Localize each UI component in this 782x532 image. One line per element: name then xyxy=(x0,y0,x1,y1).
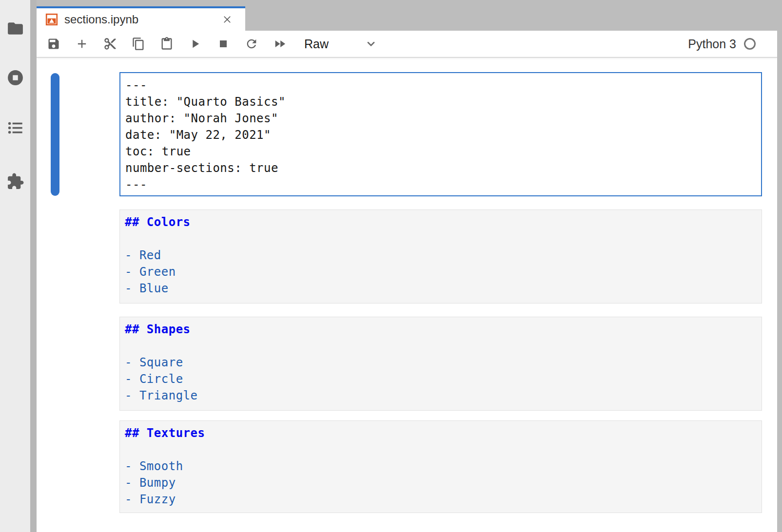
md-list-item: - Fuzzy xyxy=(125,491,757,508)
fast-forward-icon xyxy=(273,37,287,51)
md-header: ## Textures xyxy=(125,425,757,441)
tab-title: sections.ipynb xyxy=(64,13,138,26)
md-blank-line xyxy=(125,338,757,354)
md-header: ## Shapes xyxy=(125,321,757,338)
md-list-item: - Smooth xyxy=(125,458,757,475)
markdown-cell-textures[interactable]: ## Textures - Smooth - Bumpy - Fuzzy xyxy=(119,420,762,513)
extension-manager-tab[interactable] xyxy=(0,166,30,196)
restart-kernel-button[interactable] xyxy=(245,37,258,51)
code-line: number-sections: true xyxy=(125,160,756,176)
save-button[interactable] xyxy=(47,37,60,51)
code-line: toc: true xyxy=(125,143,756,160)
code-line: date: "May 22, 2021" xyxy=(125,127,756,143)
activity-sidebar xyxy=(0,0,30,532)
running-kernels-tab[interactable] xyxy=(0,62,30,93)
list-icon xyxy=(6,119,24,137)
md-list-item: - Triangle xyxy=(125,387,757,404)
restart-icon xyxy=(245,37,258,51)
insert-cell-button[interactable] xyxy=(75,37,89,51)
md-header: ## Colors xyxy=(125,214,757,230)
plus-icon xyxy=(75,37,89,51)
table-of-contents-tab[interactable] xyxy=(0,113,30,143)
close-tab-icon[interactable] xyxy=(221,13,234,26)
md-list-item: - Bumpy xyxy=(125,475,757,491)
markdown-cell-colors[interactable]: ## Colors - Red - Green - Blue xyxy=(119,209,762,304)
copy-icon xyxy=(132,37,145,51)
raw-cell-frontmatter[interactable]: --- title: "Quarto Basics" author: "Nora… xyxy=(119,72,762,196)
code-line: --- xyxy=(125,176,756,193)
code-line: --- xyxy=(125,77,756,94)
md-blank-line xyxy=(125,230,757,247)
notebook-file-icon xyxy=(45,13,58,26)
sidebar-divider xyxy=(30,0,37,532)
md-list-item: - Green xyxy=(125,264,757,280)
paste-cells-button[interactable] xyxy=(160,37,174,51)
chevron-down-icon xyxy=(365,38,377,50)
stop-circle-icon xyxy=(6,69,24,87)
scissors-icon xyxy=(103,37,117,51)
cell-type-dropdown[interactable]: Raw xyxy=(304,37,377,51)
folder-icon xyxy=(6,19,24,38)
save-icon xyxy=(47,37,60,51)
play-icon xyxy=(188,37,202,51)
file-browser-tab[interactable] xyxy=(0,13,30,43)
jupyterlab-window: sections.ipynb Raw xyxy=(0,0,782,532)
tab-sections-ipynb[interactable]: sections.ipynb xyxy=(37,6,245,31)
window-right-edge xyxy=(777,0,782,532)
md-list-item: - Blue xyxy=(125,280,757,297)
cell-type-value: Raw xyxy=(304,37,329,51)
cut-cells-button[interactable] xyxy=(103,37,117,51)
md-list-item: - Circle xyxy=(125,371,757,387)
kernel-status-icon[interactable] xyxy=(744,38,756,50)
puzzle-icon xyxy=(6,172,24,190)
stop-icon xyxy=(216,37,230,51)
notebook-toolbar: Raw Python 3 xyxy=(37,31,777,57)
kernel-name-button[interactable]: Python 3 xyxy=(688,37,736,51)
interrupt-kernel-button[interactable] xyxy=(216,37,230,51)
clipboard-icon xyxy=(160,37,174,51)
md-blank-line xyxy=(125,441,757,458)
md-list-item: - Square xyxy=(125,354,757,371)
active-cell-collapser[interactable] xyxy=(51,73,59,196)
run-all-cells-button[interactable] xyxy=(273,37,287,51)
markdown-cell-shapes[interactable]: ## Shapes - Square - Circle - Triangle xyxy=(119,317,762,411)
code-line: author: "Norah Jones" xyxy=(125,110,756,127)
kernel-area: Python 3 xyxy=(688,37,777,51)
copy-cells-button[interactable] xyxy=(132,37,145,51)
md-list-item: - Red xyxy=(125,247,757,264)
code-line: title: "Quarto Basics" xyxy=(125,94,756,110)
run-cell-button[interactable] xyxy=(188,37,202,51)
